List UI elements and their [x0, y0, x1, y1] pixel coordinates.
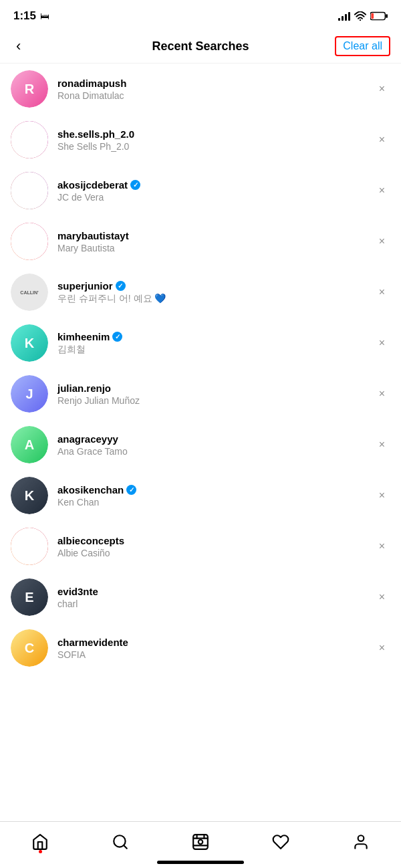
remove-search-button[interactable]: × [374, 180, 390, 201]
search-item-info: julian.renjoRenjo Julian Muñoz [57, 383, 374, 406]
search-item-info: ronadimapushRona Dimatulac [57, 78, 374, 101]
search-item-username: marybautistayt [57, 230, 374, 241]
search-item[interactable]: MmarybautistaytMary Bautista× [0, 216, 401, 267]
remove-search-button[interactable]: × [374, 383, 390, 405]
search-item[interactable]: Kakosikenchan✓Ken Chan× [0, 470, 401, 521]
search-item[interactable]: CcharmevidenteSOFIA× [0, 623, 401, 673]
signal-icon [338, 11, 350, 21]
verified-badge: ✓ [126, 485, 136, 495]
avatar: J [11, 172, 48, 209]
recent-searches-list: RronadimapushRona Dimatulac×Sshe.sells.p… [0, 64, 401, 673]
home-indicator [157, 861, 244, 864]
nav-profile[interactable] [352, 833, 370, 851]
avatar: M [11, 223, 48, 260]
avatar: J [11, 375, 48, 413]
search-item-info: akosijcdeberat✓JC de Vera [57, 179, 374, 203]
search-item-fullname: She Sells Ph_2.0 [57, 141, 374, 152]
search-item-username: akosijcdeberat✓ [57, 179, 374, 191]
search-item-info: anagraceyyyAna Grace Tamo [57, 433, 374, 457]
svg-point-12 [358, 835, 364, 841]
remove-search-button[interactable]: × [374, 485, 390, 506]
search-item-info: charmevidenteSOFIA [57, 637, 374, 660]
search-item-username: evid3nte [57, 586, 374, 597]
remove-search-button[interactable]: × [374, 231, 390, 252]
remove-search-button[interactable]: × [374, 282, 390, 303]
search-item[interactable]: CALLIN'superjunior✓우린 슈퍼주니 어! 예요 💙× [0, 267, 401, 318]
verified-badge: ✓ [112, 332, 122, 342]
avatar: A [11, 426, 48, 463]
search-item-fullname: charl [57, 599, 374, 609]
avatar: K [11, 477, 48, 514]
search-item[interactable]: AanagraceyyyAna Grace Tamo× [0, 419, 401, 470]
search-item-username: anagraceyyy [57, 433, 374, 445]
search-item-fullname: Renjo Julian Muñoz [57, 395, 374, 406]
nav-reels[interactable] [192, 833, 209, 851]
clear-all-button[interactable]: Clear all [335, 36, 390, 56]
header: ‹ Recent Searches Clear all [0, 29, 401, 64]
remove-search-button[interactable]: × [374, 129, 390, 150]
avatar: R [11, 70, 48, 108]
search-item-fullname: SOFIA [57, 649, 374, 660]
search-item-info: superjunior✓우린 슈퍼주니 어! 예요 💙 [57, 280, 374, 305]
search-item-info: albieconceptsAlbie Casiño [57, 535, 374, 558]
search-item-fullname: Ana Grace Tamo [57, 446, 374, 457]
svg-rect-3 [371, 13, 374, 19]
avatar: K [11, 324, 48, 362]
svg-point-0 [360, 19, 361, 21]
avatar: A [11, 528, 48, 565]
search-item[interactable]: Jakosijcdeberat✓JC de Vera× [0, 165, 401, 216]
search-item-fullname: Mary Bautista [57, 243, 374, 253]
search-item-username: ronadimapush [57, 78, 374, 89]
svg-point-7 [198, 839, 203, 844]
nav-likes[interactable] [272, 833, 289, 851]
verified-badge: ✓ [130, 180, 140, 190]
search-item-info: evid3ntecharl [57, 586, 374, 609]
search-item-info: she.sells.ph_2.0She Sells Ph_2.0 [57, 128, 374, 152]
search-item[interactable]: Sshe.sells.ph_2.0She Sells Ph_2.0× [0, 114, 401, 165]
avatar: C [11, 629, 48, 667]
nav-home[interactable] [31, 833, 49, 851]
svg-line-5 [124, 845, 127, 849]
back-button[interactable]: ‹ [11, 36, 26, 56]
search-item-username: charmevidente [57, 637, 374, 648]
search-item-username: akosikenchan✓ [57, 484, 374, 496]
search-item-fullname: Rona Dimatulac [57, 90, 374, 101]
search-item[interactable]: AalbieconceptsAlbie Casiño× [0, 521, 401, 572]
search-item[interactable]: Kkimheenim✓김희철× [0, 318, 401, 368]
search-item-info: kimheenim✓김희철 [57, 331, 374, 356]
status-time: 1:15 [13, 9, 36, 23]
remove-search-button[interactable]: × [374, 536, 390, 557]
avatar: E [11, 578, 48, 616]
search-item-fullname: JC de Vera [57, 192, 374, 203]
remove-search-button[interactable]: × [374, 434, 390, 455]
wifi-icon [354, 11, 366, 21]
search-item-username: superjunior✓ [57, 280, 374, 292]
verified-badge: ✓ [116, 281, 126, 291]
search-item-info: akosikenchan✓Ken Chan [57, 484, 374, 508]
search-item-info: marybautistaytMary Bautista [57, 230, 374, 253]
search-item[interactable]: Jjulian.renjoRenjo Julian Muñoz× [0, 368, 401, 419]
svg-rect-6 [193, 835, 208, 849]
search-item-username: she.sells.ph_2.0 [57, 128, 374, 140]
search-item-fullname: Ken Chan [57, 497, 374, 508]
status-icons [338, 11, 388, 21]
search-item[interactable]: Eevid3ntecharl× [0, 572, 401, 623]
search-item-fullname: 우린 슈퍼주니 어! 예요 💙 [57, 293, 374, 305]
avatar: CALLIN' [11, 274, 48, 311]
remove-search-button[interactable]: × [374, 586, 390, 608]
battery-icon [370, 11, 388, 21]
page-title: Recent Searches [152, 39, 249, 53]
search-item-fullname: Albie Casiño [57, 548, 374, 558]
remove-search-button[interactable]: × [374, 637, 390, 659]
nav-search[interactable] [112, 833, 129, 851]
avatar: S [11, 121, 48, 158]
svg-rect-2 [386, 14, 388, 18]
status-bar: 1:15 🛏 [0, 0, 401, 29]
search-item-username: kimheenim✓ [57, 331, 374, 342]
home-notification-dot [39, 850, 42, 853]
sleep-icon: 🛏 [40, 11, 49, 21]
search-item-username: julian.renjo [57, 383, 374, 394]
search-item[interactable]: RronadimapushRona Dimatulac× [0, 64, 401, 114]
remove-search-button[interactable]: × [374, 332, 390, 354]
remove-search-button[interactable]: × [374, 78, 390, 100]
